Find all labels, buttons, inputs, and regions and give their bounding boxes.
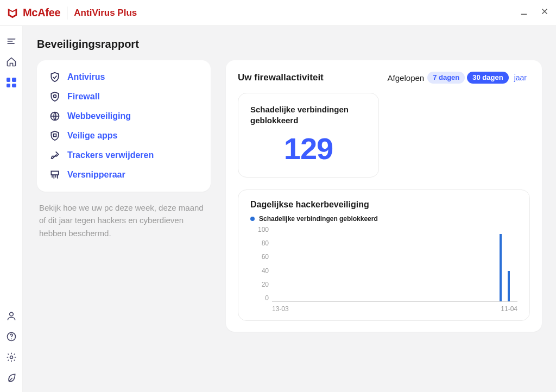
chart-bar xyxy=(500,234,502,301)
nav-antivirus[interactable]: Antivirus xyxy=(49,71,199,83)
help-icon[interactable] xyxy=(5,330,18,343)
stat-label: Schadelijke verbindingen geblokkeerd xyxy=(250,104,367,125)
account-icon[interactable] xyxy=(5,309,18,323)
category-list: Antivirus Firewall Webbeveiliging V xyxy=(49,71,199,181)
period-selector: Afgelopen 7 dagen 30 dagen jaar xyxy=(388,71,530,84)
close-button[interactable] xyxy=(540,7,549,19)
categories-card: Antivirus Firewall Webbeveiliging V xyxy=(37,60,211,192)
svg-point-3 xyxy=(10,356,12,359)
nav-label: Firewall xyxy=(67,92,100,102)
svg-rect-7 xyxy=(51,171,58,175)
brand-area: McAfee xyxy=(7,7,60,19)
menu-icon[interactable] xyxy=(5,35,18,48)
main-content: Beveiligingsrapport Antivirus Firewall xyxy=(23,26,556,392)
window-controls xyxy=(519,7,549,19)
nav-webbeveiliging[interactable]: Webbeveiliging xyxy=(49,110,199,122)
chart-plot xyxy=(272,226,517,302)
chart-bar xyxy=(508,271,510,301)
nav-trackers[interactable]: Trackers verwijderen xyxy=(49,149,199,161)
helper-text: Bekijk hoe we uw pc deze week, deze maan… xyxy=(37,201,211,239)
nav-versnipperaar[interactable]: Versnipperaar xyxy=(49,169,199,181)
period-prefix: Afgelopen xyxy=(388,73,425,83)
period-7-days[interactable]: 7 dagen xyxy=(427,72,465,84)
stat-value: 129 xyxy=(250,131,367,166)
svg-point-0 xyxy=(9,312,13,316)
svg-point-2 xyxy=(11,338,12,339)
product-name: AntiVirus Plus xyxy=(74,8,137,18)
home-icon[interactable] xyxy=(5,55,18,68)
globe-lock-icon xyxy=(49,110,61,122)
legend-label: Schadelijke verbindingen geblokkeerd xyxy=(259,215,378,223)
secure-apps-icon xyxy=(49,130,61,142)
shield-check-icon xyxy=(49,71,61,83)
firewall-shield-icon xyxy=(49,91,61,103)
settings-gear-icon[interactable] xyxy=(5,351,18,364)
period-year[interactable]: jaar xyxy=(511,71,530,84)
title-divider xyxy=(67,7,67,20)
shredder-icon xyxy=(49,169,61,181)
brand-name: McAfee xyxy=(23,7,60,19)
nav-label: Antivirus xyxy=(67,72,105,82)
dashboard-grid-icon[interactable] xyxy=(5,76,18,89)
nav-label: Versnipperaar xyxy=(67,170,125,180)
chart-title: Dagelijkse hackerbeveiliging xyxy=(250,200,517,210)
broom-icon xyxy=(49,149,61,161)
nav-firewall[interactable]: Firewall xyxy=(49,91,199,103)
svg-point-4 xyxy=(54,95,56,98)
legend-dot-icon xyxy=(250,217,255,221)
svg-rect-6 xyxy=(54,134,56,137)
nav-label: Trackers verwijderen xyxy=(67,150,154,160)
firewall-activity-card: Uw firewallactiviteit Afgelopen 7 dagen … xyxy=(226,60,542,332)
nav-veilige-apps[interactable]: Veilige apps xyxy=(49,130,199,142)
firewall-title: Uw firewallactiviteit xyxy=(238,72,324,83)
chart-legend: Schadelijke verbindingen geblokkeerd xyxy=(250,215,517,223)
side-rail xyxy=(0,26,23,392)
mcafee-logo-icon xyxy=(7,7,18,19)
titlebar: McAfee AntiVirus Plus xyxy=(0,0,556,26)
y-axis-ticks: 100806040200 xyxy=(250,226,269,302)
chart-area: 100806040200 13-0311-04 xyxy=(250,226,517,313)
nav-label: Webbeveiliging xyxy=(67,111,131,121)
period-30-days[interactable]: 30 dagen xyxy=(467,72,508,84)
blocked-connections-stat: Schadelijke verbindingen geblokkeerd 129 xyxy=(238,93,379,178)
page-title: Beveiligingsrapport xyxy=(37,38,542,50)
minimize-button[interactable] xyxy=(519,7,529,19)
daily-protection-chart: Dagelijkse hackerbeveiliging Schadelijke… xyxy=(238,189,530,321)
x-axis-ticks: 13-0311-04 xyxy=(272,303,517,313)
nav-label: Veilige apps xyxy=(67,131,117,141)
leaf-icon[interactable] xyxy=(5,371,18,384)
